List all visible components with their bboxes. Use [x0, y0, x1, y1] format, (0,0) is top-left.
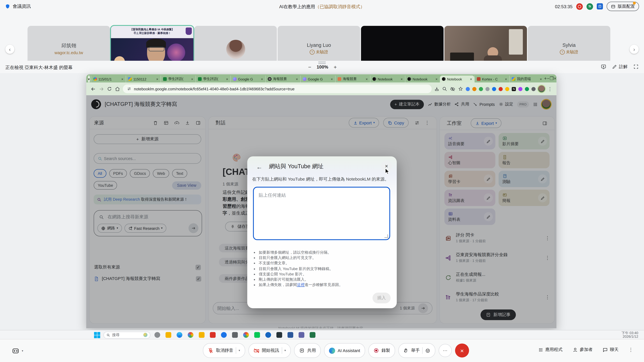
- browser-tab[interactable]: Notebook×: [370, 75, 405, 83]
- url-textarea[interactable]: 貼上任何連結: [253, 187, 390, 240]
- extension-icon[interactable]: [486, 87, 490, 91]
- reload-icon[interactable]: [107, 86, 112, 91]
- more-options-button[interactable]: ⋯: [438, 344, 452, 357]
- browser-tab[interactable]: Kortex - C×: [474, 75, 509, 83]
- gemini-notes-icon[interactable]: [597, 3, 603, 9]
- browser-tab-active[interactable]: Notebook×: [440, 75, 474, 83]
- annotate-button[interactable]: 註解: [612, 64, 628, 69]
- taskbar-line-icon[interactable]: [254, 332, 260, 338]
- zoom-in-button[interactable]: +: [331, 63, 339, 71]
- unmute-button[interactable]: 取消靜音 ▾: [203, 343, 245, 358]
- extension-icon[interactable]: [472, 87, 476, 91]
- home-icon[interactable]: [114, 86, 120, 92]
- mic-options-chevron[interactable]: ▾: [238, 349, 240, 352]
- tab-close-icon[interactable]: ×: [436, 77, 438, 81]
- tab-close-icon[interactable]: ×: [261, 77, 263, 81]
- extension-icon[interactable]: [479, 87, 483, 91]
- extension-icon[interactable]: [492, 87, 496, 91]
- browser-profile-avatar[interactable]: [538, 85, 545, 92]
- browser-tab[interactable]: 115/01/1×: [90, 75, 126, 83]
- tab-search-icon[interactable]: ▾: [88, 75, 90, 83]
- taskbar-excel-icon[interactable]: [310, 332, 316, 338]
- tab-close-icon[interactable]: ×: [296, 77, 298, 81]
- camera-options-chevron[interactable]: ▾: [284, 349, 286, 352]
- browser-menu-icon[interactable]: ⋮: [548, 86, 552, 92]
- taskbar-app-icon[interactable]: [154, 332, 160, 338]
- new-tab-button[interactable]: +: [544, 76, 547, 81]
- taskbar-search[interactable]: 搜尋: [104, 332, 150, 339]
- start-video-button[interactable]: 開始視訊 ▾: [248, 343, 291, 358]
- close-window-icon[interactable]: ×: [554, 76, 556, 81]
- participants-button[interactable]: 參加者: [572, 347, 592, 353]
- taskbar-calculator-icon[interactable]: [232, 332, 238, 338]
- tab-close-icon[interactable]: ×: [366, 77, 368, 81]
- browser-tab[interactable]: Google G×: [300, 75, 335, 83]
- notion-extension-icon[interactable]: N: [512, 87, 516, 91]
- leave-call-button[interactable]: ×: [455, 344, 469, 358]
- taskbar-chrome-icon[interactable]: [243, 332, 249, 338]
- taskbar-folder-icon[interactable]: [166, 332, 171, 338]
- browser-tab[interactable]: Notebook×: [405, 75, 440, 83]
- taskbar-edge-icon[interactable]: [177, 332, 182, 338]
- browser-tab[interactable]: 學生評語(×: [195, 75, 230, 83]
- taskbar-folder-icon[interactable]: [199, 332, 204, 338]
- forward-icon[interactable]: [98, 86, 104, 92]
- stats-icon[interactable]: [586, 3, 593, 10]
- tab-close-icon[interactable]: ×: [400, 77, 403, 81]
- record-button[interactable]: 錄製: [368, 343, 395, 358]
- taskbar-terminal-icon[interactable]: [276, 332, 282, 338]
- bottom-more-icon[interactable]: ⋮: [628, 347, 633, 353]
- tab-close-icon[interactable]: ×: [226, 77, 228, 81]
- taskbar-app-icon[interactable]: [221, 332, 227, 338]
- extension-icon[interactable]: [532, 87, 536, 91]
- extension-icon[interactable]: [505, 87, 509, 91]
- raise-hand-button[interactable]: 舉手: [398, 343, 435, 358]
- browser-tab[interactable]: Google G×: [230, 75, 265, 83]
- zoom-out-button[interactable]: −: [306, 63, 314, 71]
- browser-tab[interactable]: 海報競賽×: [335, 75, 370, 83]
- captions-button[interactable]: ▾: [12, 347, 23, 355]
- tab-close-icon[interactable]: ×: [121, 77, 124, 81]
- fullscreen-icon[interactable]: [633, 64, 639, 70]
- extension-icon[interactable]: [518, 87, 522, 91]
- browser-tab[interactable]: 學生評語(×: [160, 75, 195, 83]
- taskbar-acrobat-icon[interactable]: [210, 332, 216, 338]
- cast-icon[interactable]: [600, 64, 606, 70]
- apps-button[interactable]: 應用程式: [538, 347, 562, 353]
- preview-eye-icon[interactable]: [450, 86, 456, 92]
- browser-tab[interactable]: 海報競賽×: [265, 75, 300, 83]
- tab-close-icon[interactable]: ×: [540, 77, 542, 81]
- browser-tab[interactable]: 我的雲端×: [509, 75, 544, 83]
- install-icon[interactable]: [434, 86, 440, 91]
- share-screen-button[interactable]: 共用: [294, 343, 321, 358]
- reactions-smiley-icon[interactable]: [425, 348, 430, 353]
- tab-close-icon[interactable]: ×: [156, 77, 158, 81]
- site-settings-icon[interactable]: [127, 87, 132, 91]
- tab-close-icon[interactable]: ×: [505, 77, 507, 81]
- taskbar-chrome-icon[interactable]: [188, 332, 194, 338]
- back-icon[interactable]: [90, 86, 96, 92]
- filmstrip-next-button[interactable]: ›: [630, 45, 639, 54]
- tab-close-icon[interactable]: ×: [331, 77, 333, 81]
- dialog-back-icon[interactable]: ←: [256, 163, 262, 170]
- taskbar-word-icon[interactable]: [288, 332, 293, 338]
- tab-close-icon[interactable]: ×: [191, 77, 193, 81]
- tab-close-icon[interactable]: ×: [470, 77, 472, 81]
- restore-icon[interactable]: ❐: [550, 76, 554, 81]
- resize-handle[interactable]: [384, 234, 388, 238]
- drag-handle[interactable]: [318, 62, 326, 62]
- taskbar-teams-icon[interactable]: [298, 332, 304, 338]
- taskbar-clock[interactable]: 下午 03:40 2026/1/12: [622, 331, 638, 339]
- insert-button-disabled[interactable]: 插入: [372, 293, 390, 303]
- address-bar[interactable]: notebooklm.google.com/notebook/fc65ef41-…: [123, 85, 432, 93]
- extension-icon[interactable]: [525, 87, 529, 91]
- extension-icon[interactable]: [466, 87, 470, 91]
- extension-icon[interactable]: [499, 87, 503, 91]
- ai-assistant-button[interactable]: AI Assistant: [324, 343, 365, 358]
- browser-tab[interactable]: 1150112×: [126, 75, 160, 83]
- zoom-search-icon[interactable]: [442, 86, 447, 91]
- filmstrip-prev-button[interactable]: ‹: [5, 45, 14, 54]
- bookmark-star-icon[interactable]: [458, 86, 463, 91]
- chat-button[interactable]: 聊天: [602, 347, 618, 353]
- start-button[interactable]: [94, 332, 100, 338]
